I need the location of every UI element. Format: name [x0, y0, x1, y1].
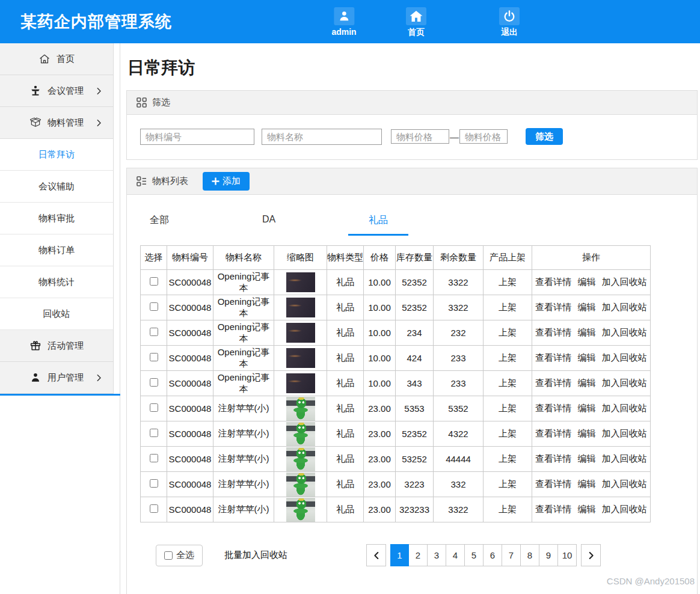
view-detail-link[interactable]: 查看详情 [535, 453, 571, 464]
view-detail-link[interactable]: 查看详情 [535, 327, 571, 337]
view-detail-link[interactable]: 查看详情 [535, 277, 571, 287]
sidebar-item-meeting-mgmt[interactable]: 会议管理 [0, 75, 114, 107]
topbar-item-label: admin [331, 27, 356, 37]
price-range-dash: — [450, 132, 459, 142]
view-detail-link[interactable]: 查看详情 [535, 378, 571, 388]
edit-link[interactable]: 编辑 [578, 504, 596, 514]
col-type: 物料类型 [327, 246, 364, 270]
view-detail-link[interactable]: 查看详情 [535, 302, 571, 312]
sidebar-item-material-order[interactable]: 物料订单 [0, 234, 114, 266]
row-checkbox[interactable] [150, 504, 158, 513]
edit-link[interactable]: 编辑 [578, 453, 596, 464]
view-detail-link[interactable]: 查看详情 [535, 428, 571, 438]
sidebar-item-home[interactable]: 首页 [0, 43, 114, 75]
pagination-page-button[interactable]: 1 [390, 544, 409, 566]
view-detail-link[interactable]: 查看详情 [535, 352, 571, 363]
cell-price: 23.00 [364, 396, 396, 421]
sidebar-item-daily-visit[interactable]: 日常拜访 [0, 139, 114, 171]
row-checkbox[interactable] [150, 353, 158, 361]
row-checkbox[interactable] [150, 328, 158, 336]
add-to-recycle-link[interactable]: 加入回收站 [602, 403, 647, 413]
filter-form: — 筛选 [127, 115, 697, 159]
pagination-next-button[interactable] [581, 544, 601, 566]
cell-name: 注射苹苹(小) [213, 396, 274, 421]
pagination-page-button[interactable]: 7 [502, 544, 521, 566]
cell-name: Opening记事本 [213, 320, 274, 346]
row-checkbox[interactable] [150, 429, 158, 437]
view-detail-link[interactable]: 查看详情 [535, 403, 571, 413]
add-to-recycle-link[interactable]: 加入回收站 [602, 277, 647, 287]
topbar-item-admin[interactable]: admin [331, 7, 356, 37]
add-to-recycle-link[interactable]: 加入回收站 [602, 327, 647, 337]
material-code-input[interactable] [140, 129, 254, 145]
cell-remaining: 4322 [434, 421, 484, 447]
filter-submit-button[interactable]: 筛选 [526, 128, 563, 145]
row-checkbox[interactable] [150, 479, 158, 488]
col-price: 价格 [364, 246, 396, 270]
edit-link[interactable]: 编辑 [578, 302, 596, 312]
pagination-page-button[interactable]: 10 [558, 544, 577, 566]
sidebar-item-label: 物料统计 [38, 277, 75, 288]
add-to-recycle-link[interactable]: 加入回收站 [602, 453, 647, 464]
sidebar-item-label: 会议辅助 [38, 181, 75, 192]
pagination-prev-button[interactable] [366, 544, 386, 566]
cell-price: 10.00 [364, 295, 396, 320]
sidebar-item-material-stats[interactable]: 物料统计 [0, 266, 114, 298]
add-to-recycle-link[interactable]: 加入回收站 [602, 504, 647, 514]
row-checkbox[interactable] [150, 302, 158, 311]
pagination-page-button[interactable]: 3 [428, 544, 446, 566]
price-min-input[interactable] [391, 129, 449, 144]
tab-all[interactable]: 全部 [129, 214, 189, 236]
cell-code: SC000048 [167, 270, 213, 295]
edit-link[interactable]: 编辑 [578, 479, 596, 489]
pagination-page-button[interactable]: 4 [446, 544, 465, 566]
topbar-item-logout[interactable]: 退出 [499, 7, 520, 38]
cell-remaining: 332 [434, 472, 484, 497]
topbar-item-home[interactable]: 首页 [406, 7, 426, 38]
pagination-page-button[interactable]: 8 [521, 544, 539, 566]
edit-link[interactable]: 编辑 [578, 403, 596, 413]
add-to-recycle-link[interactable]: 加入回收站 [602, 479, 647, 489]
cell-shelf-status: 上架 [484, 396, 532, 421]
topbar: 某药企内部管理系统 admin 首页 退出 [0, 0, 700, 43]
cell-code: SC000048 [167, 497, 213, 522]
add-to-recycle-link[interactable]: 加入回收站 [602, 352, 647, 363]
edit-link[interactable]: 编辑 [578, 352, 596, 363]
price-max-input[interactable] [459, 129, 508, 144]
edit-link[interactable]: 编辑 [578, 428, 596, 438]
row-checkbox[interactable] [150, 403, 158, 412]
pagination-page-button[interactable]: 2 [409, 544, 428, 566]
add-material-button[interactable]: 添加 [203, 172, 250, 191]
pagination-page-button[interactable]: 5 [465, 544, 484, 566]
chevron-right-icon [94, 118, 103, 127]
edit-link[interactable]: 编辑 [578, 327, 596, 337]
material-name-input[interactable] [262, 129, 382, 145]
batch-recycle-button[interactable]: 批量加入回收站 [224, 550, 287, 561]
sidebar-item-material-mgmt[interactable]: 物料管理 [0, 107, 114, 139]
select-all-checkbox[interactable] [164, 551, 173, 560]
add-to-recycle-link[interactable]: 加入回收站 [602, 302, 647, 312]
edit-link[interactable]: 编辑 [578, 277, 596, 287]
table-row: SC000048 注射苹苹(小) 礼品 23.00 3223 332 上架 查看… [141, 472, 651, 497]
view-detail-link[interactable]: 查看详情 [535, 504, 571, 514]
row-checkbox[interactable] [150, 454, 158, 462]
tab-gift[interactable]: 礼品 [348, 214, 408, 236]
add-to-recycle-link[interactable]: 加入回收站 [602, 428, 647, 438]
sidebar-item-recycle-bin[interactable]: 回收站 [0, 298, 114, 330]
thumbnail-image [286, 397, 315, 421]
add-to-recycle-link[interactable]: 加入回收站 [602, 378, 647, 388]
row-checkbox[interactable] [150, 277, 158, 286]
edit-link[interactable]: 编辑 [578, 378, 596, 388]
select-all-button[interactable]: 全选 [156, 545, 203, 566]
pagination-page-button[interactable]: 6 [484, 544, 502, 566]
row-checkbox[interactable] [150, 378, 158, 387]
sidebar-item-material-approval[interactable]: 物料审批 [0, 203, 114, 234]
sidebar-item-activity-mgmt[interactable]: 活动管理 [0, 330, 114, 362]
pagination-page-button[interactable]: 9 [539, 544, 558, 566]
tab-da[interactable]: DA [239, 214, 299, 236]
thumbnail-image [286, 272, 315, 292]
sidebar-item-user-mgmt[interactable]: 用户管理 [0, 362, 114, 394]
sidebar-item-meeting-assist[interactable]: 会议辅助 [0, 171, 114, 203]
material-list-panel: 物料列表 添加 全部 DA 礼品 [126, 168, 698, 594]
view-detail-link[interactable]: 查看详情 [535, 479, 571, 489]
